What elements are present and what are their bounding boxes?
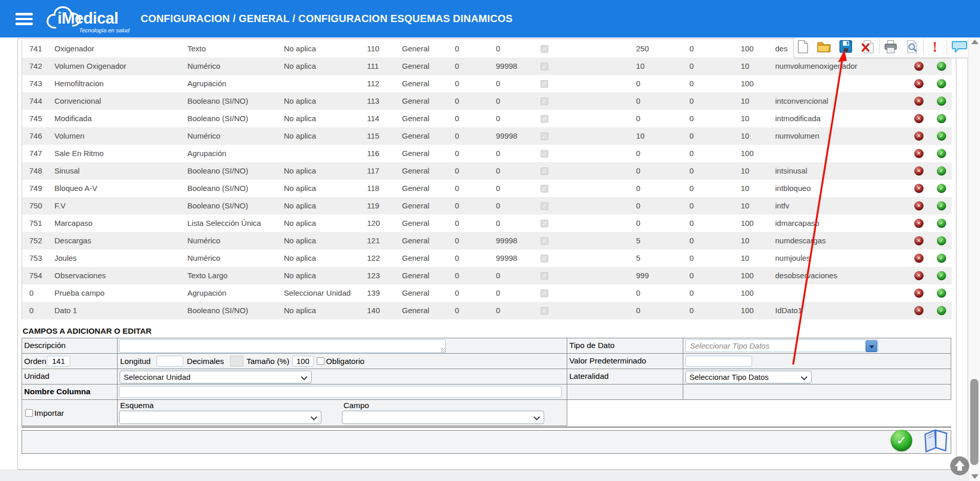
orden-input[interactable] bbox=[47, 356, 70, 367]
accept-button[interactable]: ✓ bbox=[891, 430, 912, 451]
tipo-dato-dropdown-button[interactable] bbox=[866, 340, 877, 352]
cell-columna: idmarcapaso bbox=[775, 215, 819, 232]
cell-longitud: 0 bbox=[636, 180, 640, 197]
menu-icon[interactable] bbox=[15, 13, 33, 25]
delete-row-button[interactable]: ✕ bbox=[914, 131, 924, 141]
scroll-to-top-button[interactable] bbox=[950, 456, 969, 475]
table-row[interactable]: 0Dato 1Booleano (SI/NO)No aplica140Gener… bbox=[22, 302, 952, 319]
cell-minimo: 0 bbox=[455, 302, 459, 319]
confirm-row-button[interactable]: ✓ bbox=[937, 271, 946, 280]
table-row[interactable]: 746VolumenNuméricoNo aplica115General099… bbox=[22, 127, 952, 145]
preview-icon[interactable] bbox=[905, 40, 919, 54]
confirm-row-button[interactable]: ✓ bbox=[937, 97, 946, 106]
delete-row-button[interactable]: ✕ bbox=[914, 79, 924, 88]
confirm-row-button[interactable]: ✓ bbox=[937, 166, 946, 176]
alert-icon[interactable]: ! bbox=[928, 40, 942, 54]
cell-decimales: 0 bbox=[689, 40, 694, 57]
cell-numero: 116 bbox=[367, 145, 379, 162]
delete-row-button[interactable]: ✕ bbox=[914, 166, 924, 176]
cell-decimales: 0 bbox=[689, 92, 694, 110]
confirm-row-button[interactable]: ✓ bbox=[937, 306, 946, 315]
confirm-row-button[interactable]: ✓ bbox=[937, 288, 946, 298]
empty-cell bbox=[683, 384, 951, 400]
descripcion-textarea[interactable] bbox=[119, 339, 446, 353]
confirm-row-button[interactable]: ✓ bbox=[937, 254, 946, 263]
cell-decimales: 0 bbox=[689, 127, 694, 145]
esquema-select[interactable] bbox=[119, 411, 321, 424]
delete-row-button[interactable]: ✕ bbox=[914, 219, 924, 228]
print-icon[interactable] bbox=[883, 40, 898, 54]
cell-tipo: Numérico bbox=[187, 57, 220, 75]
cell-grupo: General bbox=[402, 249, 429, 267]
confirm-row-button[interactable]: ✓ bbox=[937, 236, 946, 245]
unidad-select[interactable]: Seleccionar Unidad bbox=[120, 371, 312, 383]
table-row[interactable]: 749Bloqueo A-VBooleano (SI/NO)No aplica1… bbox=[22, 180, 952, 197]
table-row[interactable]: 743HemofiltracionAgrupación112General000… bbox=[22, 75, 952, 92]
obligatorio-checkbox[interactable] bbox=[317, 357, 324, 365]
confirm-row-button[interactable]: ✓ bbox=[937, 114, 946, 123]
delete-row-button[interactable]: ✕ bbox=[914, 114, 924, 123]
delete-row-button[interactable]: ✕ bbox=[914, 201, 924, 210]
delete-document-icon[interactable] bbox=[861, 40, 875, 54]
new-document-icon[interactable] bbox=[796, 40, 811, 54]
importar-checkbox[interactable] bbox=[25, 409, 33, 417]
table-row[interactable]: 744ConvencionalBooleano (SI/NO)No aplica… bbox=[22, 92, 952, 110]
scrollbar-down-arrow[interactable] bbox=[971, 474, 978, 479]
comments-icon[interactable] bbox=[952, 40, 966, 54]
confirm-row-button[interactable]: ✓ bbox=[937, 62, 946, 71]
scrollbar-up-arrow[interactable] bbox=[971, 40, 978, 44]
table-row[interactable]: 750F.VBooleano (SI/NO)No aplica119Genera… bbox=[22, 197, 952, 215]
lateralidad-select[interactable]: Seleccionar Tipo Datos bbox=[685, 371, 812, 383]
table-row[interactable]: 0Prueba campoAgrupaciónSeleccionar Unida… bbox=[22, 284, 952, 302]
textarea-resize-handle[interactable] bbox=[441, 348, 446, 353]
confirm-row-button[interactable]: ✓ bbox=[937, 149, 946, 158]
delete-row-button[interactable]: ✕ bbox=[914, 62, 924, 71]
cell-decimales: 0 bbox=[689, 284, 694, 302]
confirm-row-button[interactable]: ✓ bbox=[937, 184, 946, 193]
table-row[interactable]: 748SinusalBooleano (SI/NO)No aplica117Ge… bbox=[22, 162, 952, 180]
cell-tamano: 10 bbox=[741, 92, 750, 110]
table-row[interactable]: 745ModificadaBooleano (SI/NO)No aplica11… bbox=[22, 110, 952, 127]
delete-row-button[interactable]: ✕ bbox=[914, 254, 924, 263]
table-row[interactable]: 751MarcapasoLista Selección ÚnicaNo apli… bbox=[22, 215, 952, 232]
confirm-row-button[interactable]: ✓ bbox=[937, 79, 946, 88]
delete-row-button[interactable]: ✕ bbox=[914, 184, 924, 193]
table-row[interactable]: 752DescargasNuméricoNo aplica121General0… bbox=[22, 232, 952, 249]
row-selected-checkbox bbox=[541, 307, 548, 315]
confirm-row-button[interactable]: ✓ bbox=[937, 201, 946, 210]
table-row[interactable]: 754ObservacionesTexto LargoNo aplica123G… bbox=[22, 267, 952, 284]
vertical-scrollbar[interactable] bbox=[968, 37, 980, 481]
cell-tipo: Booleano (SI/NO) bbox=[187, 110, 248, 127]
delete-row-button[interactable]: ✕ bbox=[914, 97, 924, 106]
confirm-row-button[interactable]: ✓ bbox=[937, 219, 946, 228]
delete-row-button[interactable]: ✕ bbox=[914, 149, 924, 158]
cell-decimales: 0 bbox=[689, 215, 694, 232]
delete-row-button[interactable]: ✕ bbox=[914, 306, 924, 315]
scrollbar-thumb[interactable] bbox=[970, 379, 978, 465]
valor-predeterminado-input[interactable] bbox=[685, 356, 752, 367]
cell-decimales: 0 bbox=[689, 232, 694, 249]
table-row[interactable]: 747Sale En RitmoAgrupación116General0000… bbox=[22, 145, 952, 162]
open-folder-icon[interactable] bbox=[817, 40, 831, 54]
catalog-book-icon[interactable] bbox=[921, 428, 951, 454]
tipo-dato-combobox[interactable]: Seleccionar Tipo Datos bbox=[685, 339, 878, 352]
cell-tamano: 100 bbox=[741, 215, 754, 232]
save-icon[interactable] bbox=[839, 40, 853, 54]
cell-minimo: 0 bbox=[455, 284, 459, 302]
cell-columna: numvolumenoxigenador bbox=[775, 57, 857, 75]
table-row[interactable]: 753JoulesNuméricoNo aplica122General0999… bbox=[22, 249, 952, 267]
confirm-row-button[interactable]: ✓ bbox=[937, 131, 946, 141]
longitud-input[interactable] bbox=[157, 356, 183, 367]
delete-row-button[interactable]: ✕ bbox=[914, 271, 924, 280]
delete-row-button[interactable]: ✕ bbox=[914, 236, 924, 245]
table-row[interactable]: 742Volumen OxigenadorNuméricoNo aplica11… bbox=[22, 57, 952, 75]
campo-select[interactable] bbox=[342, 411, 544, 424]
delete-row-button[interactable]: ✕ bbox=[914, 288, 924, 298]
valor-predeterminado-label-cell: Valor Predeterminado bbox=[567, 353, 683, 369]
tamano-input[interactable] bbox=[292, 356, 314, 367]
cell-unidad: No aplica bbox=[284, 197, 316, 215]
cell-maximo: 0 bbox=[496, 110, 500, 127]
cell-numero: 120 bbox=[367, 215, 380, 232]
cell-columna: desobservaciones bbox=[775, 267, 837, 284]
nombre-columna-input[interactable] bbox=[119, 386, 562, 398]
